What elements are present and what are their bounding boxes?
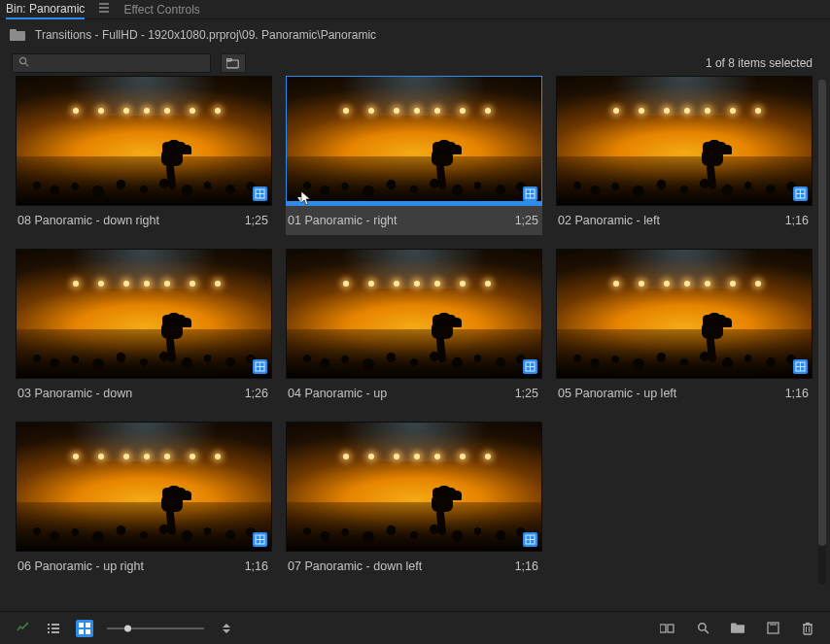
svg-line-6: [25, 63, 28, 66]
clip-duration: 1;25: [515, 214, 538, 227]
adjustment-layer-badge-icon: [523, 186, 537, 201]
selection-count: 1 of 8 items selected: [706, 56, 818, 70]
search-toolbar: 1 of 8 items selected: [0, 51, 830, 76]
clip-label-row: 02 Panoramic - left1;16: [556, 206, 813, 235]
sort-icon[interactable]: [218, 620, 235, 637]
adjustment-layer-badge-icon: [523, 532, 537, 547]
svg-rect-48: [79, 623, 84, 627]
clip-name[interactable]: 04 Panoramic - up: [288, 387, 515, 400]
tab-label: Effect Controls: [123, 3, 199, 17]
search-input[interactable]: [35, 56, 204, 70]
zoom-slider-thumb[interactable]: [124, 625, 131, 631]
clip-duration: 1;16: [515, 559, 538, 573]
clip-name[interactable]: 03 Panoramic - down: [17, 387, 245, 400]
list-view-icon[interactable]: [45, 620, 62, 637]
clip-name[interactable]: 01 Panoramic - right: [288, 214, 515, 227]
clip-thumbnail[interactable]: [286, 249, 542, 379]
clip-card[interactable]: 05 Panoramic - up left1;16: [556, 249, 813, 408]
new-bin-icon[interactable]: [729, 620, 746, 637]
clip-name[interactable]: 02 Panoramic - left: [558, 214, 785, 227]
clip-duration: 1;16: [785, 214, 809, 227]
panel-tab-bar: Bin: Panoramic Effect Controls: [0, 0, 830, 19]
tab-bin-panoramic[interactable]: Bin: Panoramic: [6, 1, 85, 19]
clip-card[interactable]: 02 Panoramic - left1;16: [556, 76, 813, 235]
clip-duration: 1;25: [245, 214, 268, 227]
svg-rect-61: [804, 625, 812, 634]
svg-rect-59: [731, 623, 737, 626]
clip-label-row: 07 Panoramic - down left1;16: [286, 552, 542, 581]
svg-marker-53: [223, 629, 230, 633]
svg-rect-54: [660, 625, 666, 632]
clip-thumbnail[interactable]: [556, 76, 813, 206]
svg-point-41: [26, 622, 28, 624]
svg-marker-52: [223, 624, 230, 627]
svg-rect-42: [48, 624, 50, 626]
clip-label-row: 08 Panoramic - down right1;25: [16, 206, 272, 235]
icon-view-icon[interactable]: [76, 620, 93, 637]
breadcrumb[interactable]: Transitions - FullHD - 1920x1080.prproj\…: [35, 28, 376, 42]
svg-line-57: [705, 629, 709, 633]
clip-label-row: 01 Panoramic - right1;25: [286, 206, 542, 235]
automate-to-sequence-icon[interactable]: [659, 620, 676, 637]
clip-card[interactable]: 03 Panoramic - down1;26: [16, 249, 272, 408]
project-path-bar: Transitions - FullHD - 1920x1080.prproj\…: [0, 19, 830, 51]
svg-point-5: [19, 57, 25, 63]
svg-rect-51: [86, 629, 90, 634]
clip-thumbnail[interactable]: [286, 76, 542, 206]
scrollbar-thumb[interactable]: [818, 80, 826, 546]
tab-effect-controls[interactable]: Effect Controls: [123, 0, 199, 18]
svg-rect-58: [731, 625, 744, 632]
clip-name[interactable]: 06 Panoramic - up right: [17, 559, 245, 573]
clip-label-row: 03 Panoramic - down1;26: [16, 379, 272, 408]
adjustment-layer-badge-icon: [793, 359, 808, 374]
adjustment-layer-badge-icon: [793, 186, 808, 201]
svg-rect-4: [10, 29, 17, 33]
new-item-icon[interactable]: [764, 620, 781, 637]
svg-rect-47: [52, 631, 59, 633]
zoom-slider[interactable]: [107, 627, 204, 629]
svg-rect-45: [52, 624, 59, 626]
clip-grid: 08 Panoramic - down right1;2501 Panorami…: [16, 76, 813, 603]
clip-label-row: 05 Panoramic - up left1;16: [556, 379, 813, 408]
svg-rect-44: [48, 631, 50, 633]
clip-thumbnail[interactable]: [286, 422, 542, 552]
adjustment-layer-badge-icon: [523, 359, 537, 374]
clip-name[interactable]: 05 Panoramic - up left: [558, 387, 785, 400]
clip-duration: 1;26: [245, 387, 268, 400]
clip-thumbnail[interactable]: [16, 249, 272, 379]
clip-label-row: 06 Panoramic - up right1;16: [16, 552, 272, 581]
bin-icon[interactable]: [10, 29, 25, 41]
clip-card[interactable]: 04 Panoramic - up1;25: [286, 249, 542, 408]
svg-rect-43: [48, 627, 50, 629]
clip-thumbnail[interactable]: [556, 249, 813, 379]
clip-label-row: 04 Panoramic - up1;25: [286, 379, 542, 408]
clip-card[interactable]: 08 Panoramic - down right1;25: [16, 76, 272, 235]
vertical-scrollbar[interactable]: [818, 80, 826, 585]
adjustment-layer-badge-icon: [253, 532, 267, 547]
clip-card[interactable]: 06 Panoramic - up right1;16: [16, 422, 272, 581]
tab-label: Bin: Panoramic: [6, 2, 85, 16]
write-status-icon[interactable]: [14, 620, 31, 637]
clip-card[interactable]: 07 Panoramic - down left1;16: [286, 422, 542, 581]
find-icon[interactable]: [694, 620, 711, 637]
new-bin-button[interactable]: [221, 53, 246, 73]
adjustment-layer-badge-icon: [253, 359, 267, 374]
svg-rect-46: [52, 627, 59, 629]
clip-name[interactable]: 08 Panoramic - down right: [17, 214, 245, 227]
adjustment-layer-badge-icon: [253, 186, 267, 201]
clip-thumbnail[interactable]: [16, 422, 272, 552]
clip-duration: 1;16: [785, 387, 809, 400]
svg-rect-50: [79, 629, 84, 634]
clip-card[interactable]: 01 Panoramic - right1;25: [286, 76, 542, 235]
trash-icon[interactable]: [799, 620, 816, 637]
clip-name[interactable]: 07 Panoramic - down left: [288, 559, 515, 573]
scrub-bar[interactable]: [287, 201, 541, 205]
search-box[interactable]: [12, 53, 211, 73]
svg-point-56: [698, 624, 705, 630]
mouse-cursor-icon: [300, 190, 312, 206]
svg-rect-55: [668, 625, 674, 632]
search-icon: [18, 56, 29, 70]
clip-thumbnail[interactable]: [16, 76, 272, 206]
clip-duration: 1;25: [515, 387, 538, 400]
panel-menu-icon[interactable]: [98, 2, 110, 17]
